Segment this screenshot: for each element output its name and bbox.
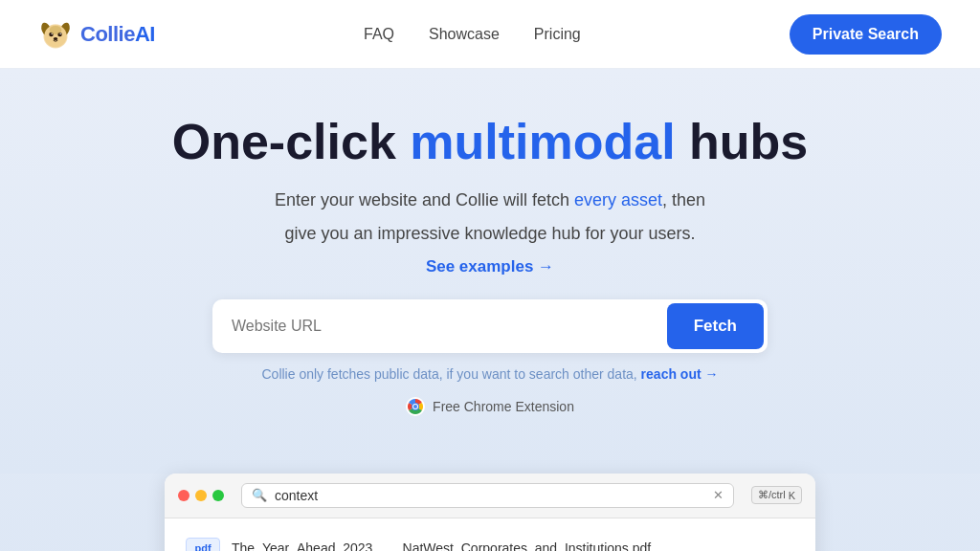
file-row: pdf The_Year_Ahead_2023____NatWest_Corpo…: [180, 530, 800, 551]
kbd-text: ⌘/ctrl: [758, 489, 786, 501]
hero-section: One-click multimodal hubs Enter your web…: [0, 69, 980, 474]
hero-subtitle-line2: give you an impressive knowledge hub for…: [38, 220, 942, 248]
window-search-text: context: [275, 488, 705, 503]
svg-point-8: [54, 36, 58, 39]
window-maximize-dot: [212, 490, 224, 501]
svg-point-7: [60, 33, 61, 33]
private-search-button[interactable]: Private Search: [790, 14, 942, 55]
window-search-clear[interactable]: ✕: [713, 488, 724, 502]
window-minimize-dot: [195, 490, 207, 501]
window-titlebar: 🔍 context ✕ ⌘/ctrl K: [165, 474, 815, 518]
nav-link-faq[interactable]: FAQ: [364, 26, 394, 43]
keyboard-shortcut: ⌘/ctrl K: [751, 486, 802, 504]
file-name: The_Year_Ahead_2023____NatWest_Corporate…: [232, 540, 651, 551]
fetch-button[interactable]: Fetch: [667, 303, 764, 349]
chrome-extension-badge[interactable]: Free Chrome Extension: [38, 397, 942, 416]
nav-link-pricing[interactable]: Pricing: [534, 26, 581, 43]
reach-out-link[interactable]: reach out →: [641, 366, 719, 382]
search-hint: Collie only fetches public data, if you …: [38, 366, 942, 382]
logo[interactable]: CollieAI: [38, 17, 155, 52]
navbar: CollieAI FAQ Showcase Pricing Private Se…: [0, 0, 980, 69]
chrome-ext-label: Free Chrome Extension: [433, 399, 574, 414]
page-content: One-click multimodal hubs Enter your web…: [0, 69, 980, 551]
logo-text: CollieAI: [80, 22, 155, 47]
hero-subtitle-line1: Enter your website and Collie will fetch…: [38, 187, 942, 214]
nav-link-showcase[interactable]: Showcase: [429, 26, 500, 43]
logo-icon: [38, 17, 73, 52]
nav-links: FAQ Showcase Pricing: [364, 26, 581, 43]
window-content: pdf The_Year_Ahead_2023____NatWest_Corpo…: [165, 518, 815, 551]
file-type-badge: pdf: [186, 538, 220, 551]
hero-title: One-click multimodal hubs: [38, 115, 942, 169]
window-search-icon: 🔍: [252, 488, 267, 502]
preview-container: 🔍 context ✕ ⌘/ctrl K pdf The_Year_Ahead_…: [0, 474, 980, 551]
svg-point-14: [413, 405, 417, 408]
chrome-icon: [406, 397, 425, 416]
preview-window: 🔍 context ✕ ⌘/ctrl K pdf The_Year_Ahead_…: [165, 474, 815, 551]
kbd-k: K: [789, 490, 795, 501]
see-examples-link[interactable]: See examples →: [426, 257, 554, 276]
url-input[interactable]: [212, 302, 663, 350]
search-box: Fetch: [212, 299, 768, 353]
window-close-dot: [178, 490, 189, 501]
svg-point-9: [50, 26, 62, 34]
window-search-bar[interactable]: 🔍 context ✕: [241, 483, 734, 508]
search-container: Fetch: [38, 299, 942, 353]
